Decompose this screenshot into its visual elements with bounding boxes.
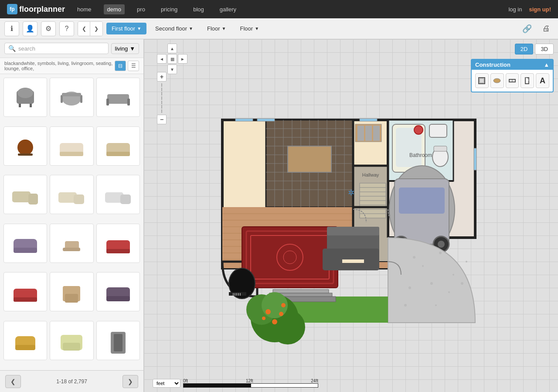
pan-left-button[interactable]: ◄	[157, 54, 167, 64]
search-input-wrapper: 🔍	[4, 43, 109, 54]
list-item[interactable]	[96, 224, 140, 263]
pan-center-button[interactable]: ▦	[167, 54, 177, 64]
nav-home[interactable]: home	[74, 4, 95, 14]
svg-rect-17	[12, 191, 31, 202]
svg-rect-36	[15, 345, 35, 350]
help-button[interactable]: ?	[59, 21, 74, 36]
svg-text:✲: ✲	[348, 188, 354, 197]
list-item[interactable]	[3, 175, 47, 214]
canvas-area[interactable]: 2D 3D Construction ▲	[144, 39, 558, 392]
list-item[interactable]	[3, 321, 47, 360]
units-select[interactable]: feet meters	[153, 379, 180, 388]
nav-demo[interactable]: demo	[104, 4, 125, 14]
list-item[interactable]	[50, 175, 93, 214]
floor-dropdown-arrow: ▼	[137, 26, 141, 31]
list-item[interactable]	[96, 78, 140, 117]
floorplan: Kitchen Bathroom Hallway Living Garage ✲	[170, 61, 501, 359]
list-item[interactable]	[3, 126, 47, 166]
floors-tool-button[interactable]	[490, 73, 504, 88]
first-floor-tab[interactable]: First floor ▼	[106, 23, 146, 34]
nav-pro[interactable]: pro	[133, 4, 149, 14]
list-item[interactable]	[3, 78, 47, 117]
scale-labels: 0ft 12ft 24ft	[183, 378, 318, 383]
list-item[interactable]	[50, 78, 93, 117]
list-item[interactable]	[96, 175, 140, 214]
svg-point-137	[408, 286, 411, 289]
nav-pricing[interactable]: pricing	[157, 4, 181, 14]
construction-collapse-icon[interactable]: ▲	[544, 61, 549, 68]
list-item[interactable]	[96, 321, 140, 360]
back-button[interactable]: ❮	[78, 22, 90, 36]
svg-point-151	[272, 319, 277, 324]
svg-rect-118	[229, 292, 246, 296]
login-link[interactable]: log in	[508, 6, 522, 13]
svg-rect-14	[60, 152, 83, 156]
zoom-in-button[interactable]: +	[157, 72, 167, 82]
info-button[interactable]: ℹ	[4, 21, 19, 36]
svg-rect-104	[357, 126, 364, 141]
svg-rect-6	[80, 95, 82, 103]
pan-up-button[interactable]: ▲	[167, 44, 177, 53]
nav-blog[interactable]: blog	[190, 4, 208, 14]
zoom-out-button[interactable]: −	[157, 115, 167, 124]
search-bar: 🔍 living ▼	[0, 39, 143, 58]
svg-rect-155	[257, 119, 275, 121]
settings-button[interactable]: ⚙	[41, 21, 56, 36]
history-nav: ❮ ❯	[78, 21, 103, 36]
svg-point-135	[430, 282, 433, 285]
list-view-button[interactable]: ☰	[128, 61, 139, 71]
prev-page-button[interactable]: ❮	[5, 375, 21, 388]
floor4-tab[interactable]: Floor ▼	[235, 23, 265, 34]
list-item[interactable]	[3, 224, 47, 263]
svg-rect-40	[114, 334, 122, 351]
signup-link[interactable]: sign up!	[529, 6, 551, 13]
svg-point-11	[17, 140, 33, 155]
share-button[interactable]: 🔗	[519, 22, 535, 35]
svg-rect-12	[18, 153, 33, 156]
doors-tool-button[interactable]	[521, 73, 534, 88]
zoom-controls: + −	[157, 72, 167, 124]
list-item[interactable]	[50, 126, 93, 166]
svg-rect-5	[61, 95, 63, 103]
next-page-button[interactable]: ❯	[122, 375, 138, 388]
3d-view-button[interactable]: 3D	[535, 44, 554, 55]
svg-point-152	[281, 303, 286, 307]
svg-point-140	[435, 304, 437, 306]
list-item[interactable]	[96, 272, 140, 311]
print-button[interactable]: 🖨	[539, 22, 554, 35]
pan-down-button[interactable]: ▼	[167, 65, 177, 74]
list-item[interactable]	[50, 321, 93, 360]
second-floor-tab[interactable]: Second floor ▼	[150, 23, 198, 34]
pan-right-button[interactable]: ►	[178, 54, 187, 64]
svg-rect-24	[14, 248, 37, 253]
svg-text:Bathroom: Bathroom	[409, 152, 432, 158]
list-item[interactable]	[3, 272, 47, 311]
svg-point-132	[422, 265, 424, 267]
grid-view-button[interactable]: ⊟	[115, 61, 126, 71]
windows-tool-button[interactable]	[506, 73, 519, 88]
nav-right: log in sign up!	[508, 6, 551, 13]
logo[interactable]: fp floorplanner	[7, 4, 65, 14]
svg-point-138	[466, 261, 467, 262]
list-item[interactable]	[50, 272, 93, 311]
walls-tool-button[interactable]	[475, 73, 489, 88]
nav-gallery[interactable]: gallery	[216, 4, 240, 14]
svg-rect-1	[19, 104, 21, 107]
search-input[interactable]	[18, 45, 105, 52]
search-category-dropdown[interactable]: living ▼	[111, 43, 140, 54]
list-item[interactable]	[50, 224, 93, 263]
svg-point-133	[439, 252, 442, 254]
list-item[interactable]	[96, 126, 140, 166]
svg-point-96	[414, 126, 423, 134]
svg-rect-154	[235, 119, 253, 121]
svg-point-130	[438, 241, 445, 248]
forward-button[interactable]: ❯	[90, 22, 102, 36]
floor3-tab[interactable]: Floor ▼	[202, 23, 231, 34]
svg-rect-114	[327, 227, 379, 235]
svg-rect-7	[62, 93, 81, 96]
user-button[interactable]: 👤	[23, 21, 37, 36]
svg-rect-16	[106, 152, 130, 156]
navigation-controls: ▲ ◄ ▦ ► ▼	[157, 44, 187, 74]
2d-view-button[interactable]: 2D	[515, 44, 534, 55]
text-tool-button[interactable]: A	[536, 73, 549, 88]
